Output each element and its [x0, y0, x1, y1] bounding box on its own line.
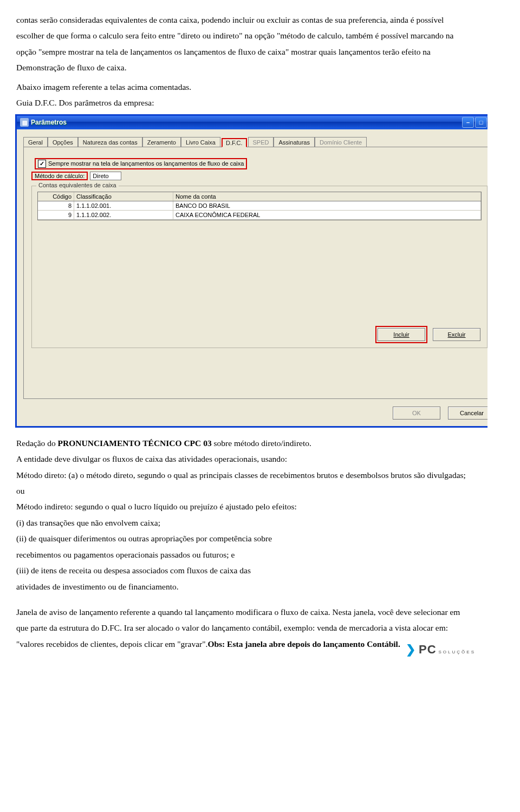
cell-class: 1.1.1.02.002. — [74, 211, 173, 219]
label-metodo-calculo: Método de cálculo: — [31, 172, 88, 180]
excluir-button[interactable]: Excluir — [433, 328, 480, 341]
tab-dfc[interactable]: D.F.C. — [222, 138, 247, 147]
tab-zeramento[interactable]: Zeramento — [142, 137, 181, 147]
paragraph-5: A entidade deve divulgar os fluxos de ca… — [16, 451, 471, 467]
paragraph-10: recebimentos ou pagamentos operacionais … — [16, 547, 471, 562]
maximize-button[interactable]: □ — [475, 117, 487, 128]
cell-code: 9 — [38, 211, 74, 219]
paragraph-11: (iii) de itens de receita ou despesa ass… — [16, 562, 471, 578]
checkbox-label: Sempre mostrar na tela de lançamentos os… — [48, 160, 244, 167]
tab-livro-caixa[interactable]: Livro Caixa — [181, 137, 220, 147]
paragraph-13: Janela de aviso de lançamento referente … — [16, 604, 471, 652]
paragraph-cpc: Redação do PRONUNCIAMENTO TÉCNICO CPC 03… — [16, 435, 471, 451]
paragraph-7: Método indireto: segundo o qual o lucro … — [16, 499, 471, 514]
cell-name: CAIXA ECONÔMICA FEDERAL — [173, 211, 481, 219]
table-row[interactable]: 8 1.1.1.02.001. BANCO DO BRASIL — [38, 201, 481, 211]
logo-brand: PC — [419, 638, 437, 661]
table-contas: Código Classificação Nome da conta 8 1.1… — [37, 192, 482, 220]
tab-assinaturas[interactable]: Assinaturas — [274, 137, 314, 147]
tab-geral[interactable]: Geral — [23, 137, 48, 147]
tab-dominio-cliente[interactable]: Domínio Cliente — [315, 137, 367, 147]
logo-chevron-icon: ❯ — [406, 638, 415, 661]
group-title: Contas equivalentes de caixa — [36, 182, 119, 188]
cell-class: 1.1.1.02.001. — [74, 201, 173, 210]
window-parametros: ▧ Parâmetros – □ × Geral Opções Natureza… — [15, 114, 487, 428]
cell-code: 8 — [38, 201, 74, 210]
tab-opcoes[interactable]: Opções — [48, 137, 78, 147]
tab-sped[interactable]: SPED — [248, 137, 274, 147]
col-classificacao[interactable]: Classificação — [74, 192, 173, 201]
col-nome[interactable]: Nome da conta — [173, 192, 481, 201]
cancelar-button[interactable]: Cancelar — [448, 407, 487, 420]
paragraph-intro: contas serão consideradas equivalentes d… — [16, 12, 471, 76]
paragraph-9: (ii) de quaisquer diferimentos ou outras… — [16, 531, 471, 546]
col-codigo[interactable]: Código — [38, 192, 74, 201]
paragraph-8: (i) das transações que não envolvem caix… — [16, 515, 471, 531]
minimize-button[interactable]: – — [462, 117, 474, 128]
paragraph-3: Guia D.F.C. Dos parâmetros da empresa: — [16, 95, 471, 110]
cell-name: BANCO DO BRASIL — [173, 201, 481, 210]
paragraph-6: Método direto: (a) o método direto, segu… — [16, 467, 471, 499]
logo-tag: SOLUÇÕES — [439, 648, 476, 656]
paragraph-2: Abaixo imagem referente a telas acima co… — [16, 79, 471, 95]
window-title: Parâmetros — [31, 119, 462, 126]
paragraph-12: atividades de investimento ou de financi… — [16, 579, 471, 594]
tab-natureza[interactable]: Natureza das contas — [78, 137, 142, 147]
input-metodo-calculo[interactable]: Direto — [90, 172, 121, 180]
incluir-button[interactable]: Incluir — [378, 328, 425, 341]
tabpage-dfc: ✓ Sempre mostrar na tela de lançamentos … — [23, 147, 487, 399]
footer-logo: ❯ PC SOLUÇÕES — [406, 638, 476, 661]
titlebar[interactable]: ▧ Parâmetros – □ × — [17, 116, 487, 129]
ok-button[interactable]: OK — [393, 407, 440, 420]
checkbox-sempre-mostrar[interactable]: ✓ Sempre mostrar na tela de lançamentos … — [35, 158, 247, 169]
app-icon: ▧ — [20, 118, 29, 127]
tab-strip: Geral Opções Natureza das contas Zeramen… — [23, 137, 487, 147]
table-row[interactable]: 9 1.1.1.02.002. CAIXA ECONÔMICA FEDERAL — [38, 211, 481, 220]
checkbox-icon[interactable]: ✓ — [38, 160, 46, 168]
group-contas-equivalentes: Contas equivalentes de caixa Código Clas… — [31, 186, 487, 348]
